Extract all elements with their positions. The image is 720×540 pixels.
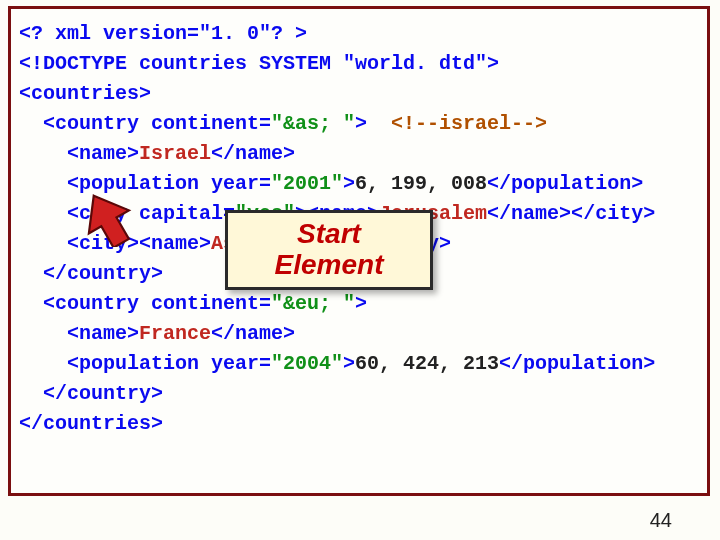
text-pop2: 60, 424, 213 <box>355 352 499 375</box>
tag-name2-open: <name> <box>19 322 139 345</box>
code-line-10: <country continent="&eu; "> <box>19 289 701 319</box>
code-line-2: <!DOCTYPE countries SYSTEM "world. dtd"> <box>19 49 701 79</box>
code-line-13: </country> <box>19 379 701 409</box>
attr-year1: year= <box>211 172 271 195</box>
tag-country2-close-bracket: > <box>355 292 367 315</box>
val-eu: "&eu; " <box>271 292 355 315</box>
attr-year2: year= <box>211 352 271 375</box>
tag-country1-close-bracket: > <box>355 112 391 135</box>
code-line-5: <name>Israel</name> <box>19 139 701 169</box>
tag-name1-close: </name> <box>211 142 295 165</box>
svg-marker-0 <box>80 192 135 247</box>
tag-name2-close: </name> <box>211 322 295 345</box>
attr-capital: capital= <box>139 202 235 225</box>
text-pop1: 6, 199, 008 <box>355 172 487 195</box>
tag-country2-open: <country <box>19 292 151 315</box>
tag-countries-open: <countries> <box>19 82 151 105</box>
text-france: France <box>139 322 211 345</box>
tag-pop2-open: <population <box>19 352 211 375</box>
code-line-4: <country continent="&as; "> <!--israel--… <box>19 109 701 139</box>
pointer-arrow-icon <box>80 192 135 247</box>
text-israel: Israel <box>139 142 211 165</box>
page-number: 44 <box>650 509 672 532</box>
tag-name1-open: <name> <box>19 142 139 165</box>
comment-israel: <!--israel--> <box>391 112 547 135</box>
val-2004: "2004" <box>271 352 343 375</box>
code-line-1: <? xml version="1. 0"? > <box>19 19 701 49</box>
code-line-3: <countries> <box>19 79 701 109</box>
callout-line1: Start <box>297 218 361 249</box>
callout-text: Start Element <box>275 219 384 281</box>
tag-pop1-close: </population> <box>487 172 643 195</box>
val-as: "&as; " <box>271 112 355 135</box>
pop2-bracket: > <box>343 352 355 375</box>
code-line-12: <population year="2004">60, 424, 213</po… <box>19 349 701 379</box>
city1-name-close: </name></city> <box>487 202 655 225</box>
slide: <? xml version="1. 0"? > <!DOCTYPE count… <box>0 0 720 540</box>
callout-line2: Element <box>275 249 384 280</box>
tag-pop2-close: </population> <box>499 352 655 375</box>
callout-box: Start Element <box>225 210 433 290</box>
pop1-bracket: > <box>343 172 355 195</box>
attr-continent2: continent= <box>151 292 271 315</box>
code-line-14: </countries> <box>19 409 701 439</box>
tag-country1-open: <country <box>19 112 151 135</box>
code-line-11: <name>France</name> <box>19 319 701 349</box>
val-2001: "2001" <box>271 172 343 195</box>
attr-continent1: continent= <box>151 112 271 135</box>
